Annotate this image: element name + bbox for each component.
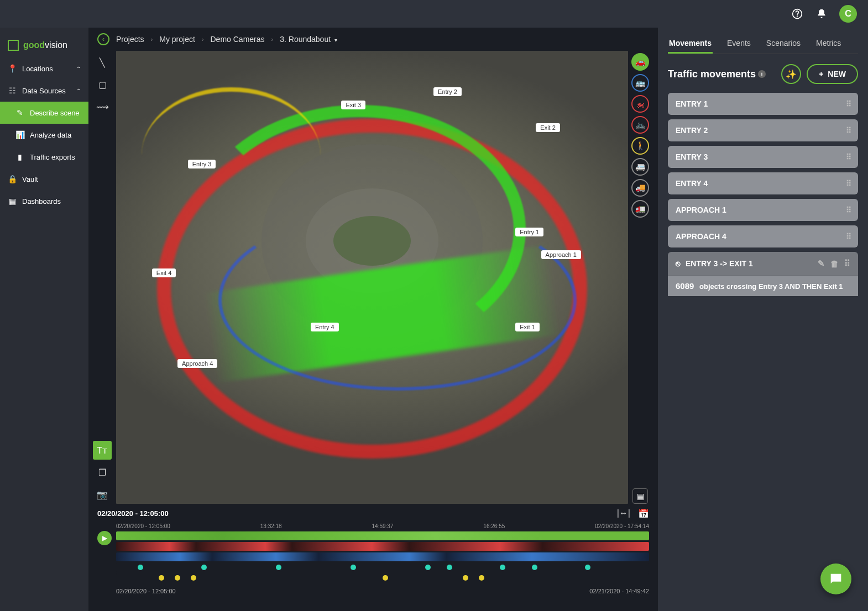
fit-width-icon[interactable]: |↔| <box>617 508 630 519</box>
back-button[interactable]: ‹ <box>97 33 109 45</box>
scene-viewer[interactable]: Entry 2 Exit 3 Exit 2 Entry 3 Entry 1 Ap… <box>116 51 628 504</box>
track-bus[interactable] <box>116 552 649 561</box>
bc-roundabout[interactable]: 3. Roundabout ▾ <box>280 35 337 44</box>
track-car[interactable] <box>116 531 649 540</box>
cat-pedestrian-icon[interactable]: 🚶 <box>631 137 649 155</box>
label-entry3[interactable]: Entry 3 <box>188 160 216 168</box>
route-icon: ⎋ <box>676 259 680 268</box>
tab-scenarios[interactable]: Scenarios <box>765 34 802 54</box>
tick: 13:32:18 <box>260 523 282 529</box>
tick: 14:59:37 <box>372 523 394 529</box>
plus-icon: + <box>819 70 823 78</box>
edit-icon[interactable]: ✎ <box>818 259 825 268</box>
line-tool[interactable]: ╲ <box>93 53 112 72</box>
grip-icon: ⠿ <box>846 152 850 161</box>
label-exit2[interactable]: Exit 2 <box>536 123 560 132</box>
left-toolbar: ╲ ▢ ⟿ Tᴛ ❐ 📷 <box>93 51 113 504</box>
track-bicycle[interactable] <box>116 563 649 572</box>
movement-item[interactable]: ENTRY 4⠿ <box>668 172 858 194</box>
avatar[interactable]: C <box>839 5 857 23</box>
label-exit4[interactable]: Exit 4 <box>152 268 176 277</box>
play-button[interactable]: ▶ <box>97 531 112 545</box>
tick: 02/20/2020 - 12:05:00 <box>116 523 170 529</box>
file-icon: ▮ <box>15 152 24 161</box>
pencil-icon: ✎ <box>15 108 24 117</box>
timeline-current: 02/20/2020 - 12:05:00 <box>97 509 169 518</box>
new-button[interactable]: +NEW <box>807 64 858 84</box>
delete-icon[interactable]: 🗑 <box>830 259 839 268</box>
movement-item[interactable]: ENTRY 3⠿ <box>668 146 858 168</box>
magic-wand-button[interactable]: ✨ <box>781 64 801 84</box>
nav-analyze-data[interactable]: 📊 Analyze data <box>0 124 88 146</box>
chat-fab[interactable] <box>820 563 851 594</box>
nav-label: Describe scene <box>30 109 80 117</box>
nav-data-sources[interactable]: ☷ Data Sources ⌃ <box>0 80 88 102</box>
cat-bus-icon[interactable]: 🚌 <box>631 74 649 92</box>
nav-describe-scene[interactable]: ✎ Describe scene <box>0 102 88 124</box>
label-entry2[interactable]: Entry 2 <box>433 87 462 96</box>
grip-icon: ⠿ <box>846 206 850 214</box>
help-icon[interactable] <box>791 7 804 20</box>
label-entry4[interactable]: Entry 4 <box>311 323 339 331</box>
tab-metrics[interactable]: Metrics <box>815 34 842 54</box>
pin-icon: 📍 <box>8 64 17 73</box>
bc-my-project[interactable]: My project <box>159 35 195 44</box>
label-approach1[interactable]: Approach 1 <box>541 250 581 259</box>
grip-icon: ⠿ <box>844 259 850 268</box>
bc-demo-cameras[interactable]: Demo Cameras <box>211 35 265 44</box>
trajectory-tool[interactable]: ⟿ <box>93 97 112 116</box>
movement-item[interactable]: APPROACH 1⠿ <box>668 199 858 221</box>
movement-detail: 6089 objects crossing Entry 3 AND THEN E… <box>668 275 858 296</box>
cat-truck-icon[interactable]: 🚚 <box>631 179 649 197</box>
bell-icon[interactable] <box>815 7 828 20</box>
collapse-panel-icon[interactable]: ▤ <box>632 488 648 504</box>
nav-label: Vault <box>22 175 38 183</box>
movement-item[interactable]: APPROACH 4⠿ <box>668 225 858 247</box>
grip-icon: ⠿ <box>846 179 850 188</box>
chevron-down-icon: ▾ <box>333 37 337 43</box>
clone-tool[interactable]: ❐ <box>93 463 112 482</box>
timeline-range-start: 02/20/2020 - 12:05:00 <box>116 588 176 594</box>
info-icon[interactable]: i <box>758 70 766 78</box>
nav-dashboards[interactable]: ▦ Dashboards <box>0 190 88 212</box>
text-tool[interactable]: Tᴛ <box>93 441 112 460</box>
movement-count: 6089 <box>676 281 694 291</box>
tab-events[interactable]: Events <box>726 34 752 54</box>
area-tool[interactable]: ▢ <box>93 75 112 94</box>
cat-van-icon[interactable]: 🚐 <box>631 158 649 176</box>
label-approach4[interactable]: Approach 4 <box>177 359 217 368</box>
nav-vault[interactable]: 🔒 Vault <box>0 168 88 190</box>
svg-point-1 <box>797 16 798 17</box>
chevron-right-icon: › <box>202 36 204 43</box>
logo-text-good: good <box>23 40 45 50</box>
camera-tool[interactable]: 📷 <box>93 485 112 504</box>
panel-title: Traffic movements i <box>668 69 766 80</box>
label-exit1[interactable]: Exit 1 <box>515 323 540 331</box>
cat-bicycle-icon[interactable]: 🚲 <box>631 116 649 134</box>
nav-locations[interactable]: 📍 Locations ⌃ <box>0 57 88 80</box>
logo: goodvision <box>0 33 88 57</box>
breadcrumb: ‹ Projects › My project › Demo Cameras ›… <box>88 28 658 51</box>
label-exit3[interactable]: Exit 3 <box>341 101 365 109</box>
nav-label: Traffic exports <box>30 153 75 161</box>
cat-car-icon[interactable]: 🚗 <box>631 53 649 71</box>
timeline-ticks: 02/20/2020 - 12:05:00 13:32:18 14:59:37 … <box>116 523 649 529</box>
nav-traffic-exports[interactable]: ▮ Traffic exports <box>0 146 88 168</box>
movement-item-selected[interactable]: ⎋ ENTRY 3 -> EXIT 1 ✎ 🗑 ⠿ 6089 objects c… <box>668 252 858 296</box>
grid-icon: ▦ <box>8 197 17 206</box>
category-toolbar: 🚗 🚌 🏍 🚲 🚶 🚐 🚚 🚛 ▤ <box>631 51 653 504</box>
movement-item[interactable]: ENTRY 1⠿ <box>668 93 858 115</box>
track-pedestrian[interactable] <box>116 573 649 582</box>
cat-trailer-icon[interactable]: 🚛 <box>631 200 649 218</box>
movement-item[interactable]: ENTRY 2⠿ <box>668 119 858 141</box>
track-motorcycle[interactable] <box>116 542 649 551</box>
grip-icon: ⠿ <box>846 99 850 108</box>
label-entry1[interactable]: Entry 1 <box>515 228 543 236</box>
timeline: 02/20/2020 - 12:05:00 |↔| 📅 ▶ 02/20/2020… <box>88 504 658 611</box>
bc-projects[interactable]: Projects <box>116 35 144 44</box>
cat-motorcycle-icon[interactable]: 🏍 <box>631 95 649 113</box>
right-panel: Movements Events Scenarios Metrics Traff… <box>658 28 868 611</box>
calendar-icon[interactable]: 📅 <box>638 508 649 519</box>
database-icon: ☷ <box>8 86 17 95</box>
tab-movements[interactable]: Movements <box>668 34 713 54</box>
